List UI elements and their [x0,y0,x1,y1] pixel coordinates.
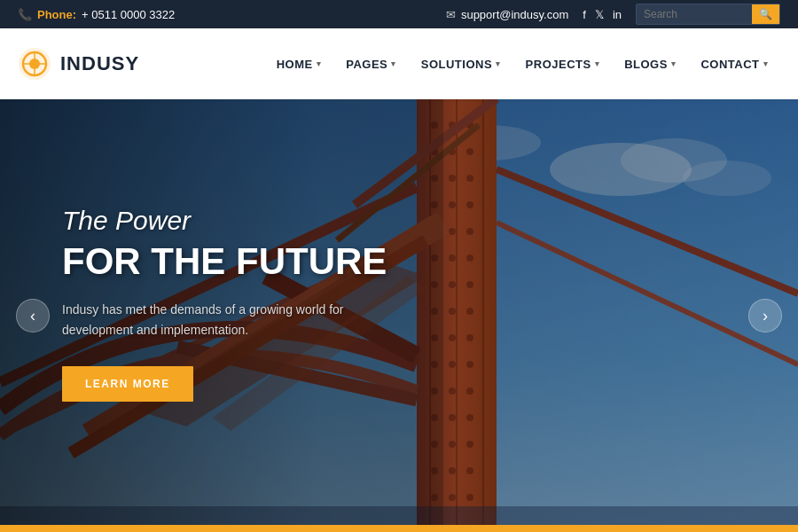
logo-icon [18,47,51,81]
nav-link-projects[interactable]: PROJECTS ▾ [513,51,613,78]
chevron-down-icon: ▾ [391,59,396,68]
slider-prev-button[interactable]: ‹ [16,299,50,332]
nav-link-pages[interactable]: PAGES ▾ [333,51,409,78]
nav-item-pages[interactable]: PAGES ▾ [333,51,409,78]
slider-next-button[interactable]: › [748,299,782,332]
phone-label: Phone: [37,8,76,21]
hero-section: ‹ The Power FOR THE FUTURE Indusy has me… [0,99,798,532]
nav-item-contact[interactable]: CONTACT ▾ [688,51,780,78]
nav-link-contact[interactable]: CONTACT ▾ [688,51,780,78]
nav-link-home[interactable]: HOME ▾ [264,51,334,78]
chevron-down-icon: ▾ [671,59,677,68]
top-bar-right: ✉ support@indusy.com f 𝕏 in 🔍 [446,4,780,25]
email-section[interactable]: ✉ support@indusy.com [446,8,568,21]
top-bar: 📞 Phone: + 0511 0000 3322 ✉ support@indu… [0,0,798,28]
logo[interactable]: INDUSY [18,47,139,81]
nav-links: HOME ▾ PAGES ▾ SOLUTIONS ▾ PROJECTS ▾ BL [264,51,780,78]
hero-description: Indusy has met the demands of a growing … [62,300,387,340]
hero-title: FOR THE FUTURE [62,241,387,282]
nav-item-blogs[interactable]: BLOGS ▾ [612,51,688,78]
nav-item-solutions[interactable]: SOLUTIONS ▾ [409,51,513,78]
logo-text: INDUSY [60,52,139,75]
email-address: support@indusy.com [461,8,568,21]
nav-item-projects[interactable]: PROJECTS ▾ [513,51,613,78]
chevron-down-icon: ▾ [595,59,600,68]
bottom-accent-stripe [0,525,798,532]
chevron-down-icon: ▾ [317,59,322,68]
linkedin-icon[interactable]: in [613,8,622,21]
chevron-down-icon: ▾ [496,59,501,68]
phone-icon: 📞 [18,8,32,21]
hero-subtitle: The Power [62,206,387,236]
phone-number: + 0511 0000 3322 [82,8,175,21]
nav-item-home[interactable]: HOME ▾ [264,51,334,78]
facebook-icon[interactable]: f [583,8,586,21]
nav-link-solutions[interactable]: SOLUTIONS ▾ [409,51,513,78]
search-input[interactable] [637,5,752,23]
search-bar[interactable]: 🔍 [636,4,780,25]
nav-link-blogs[interactable]: BLOGS ▾ [612,51,688,78]
search-button[interactable]: 🔍 [752,4,779,24]
phone-section: 📞 Phone: + 0511 0000 3322 [18,8,175,21]
twitter-icon[interactable]: 𝕏 [595,8,604,21]
learn-more-button[interactable]: LEARN MORE [62,366,193,402]
hero-content: The Power FOR THE FUTURE Indusy has met … [62,206,387,402]
main-nav: INDUSY HOME ▾ PAGES ▾ SOLUTIONS ▾ PROJEC… [0,28,798,99]
email-icon: ✉ [446,8,456,21]
chevron-down-icon: ▾ [763,59,769,68]
social-icons: f 𝕏 in [583,8,622,21]
